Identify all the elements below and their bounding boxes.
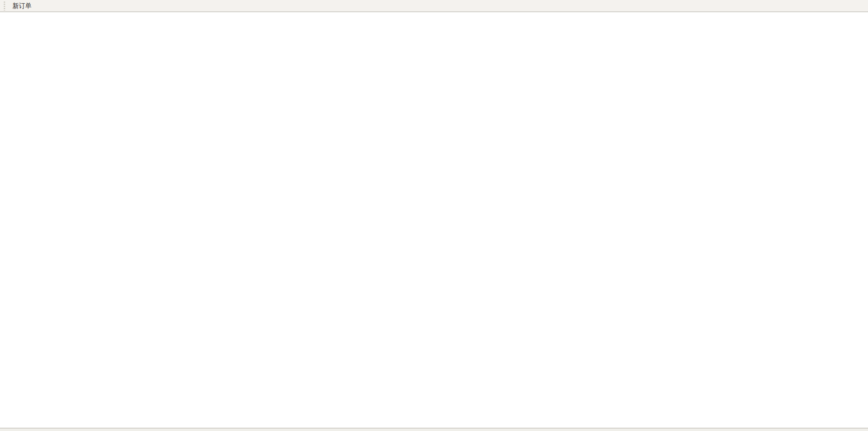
chart-canvas[interactable]	[0, 13, 868, 428]
main-toolbar: 新订单	[0, 0, 868, 12]
new-order-button[interactable]: 新订单	[8, 0, 36, 12]
toolbar-grip	[4, 2, 5, 10]
chart-window[interactable]	[0, 13, 868, 428]
status-bar	[0, 428, 868, 431]
trading-terminal: 新订单	[0, 0, 868, 431]
